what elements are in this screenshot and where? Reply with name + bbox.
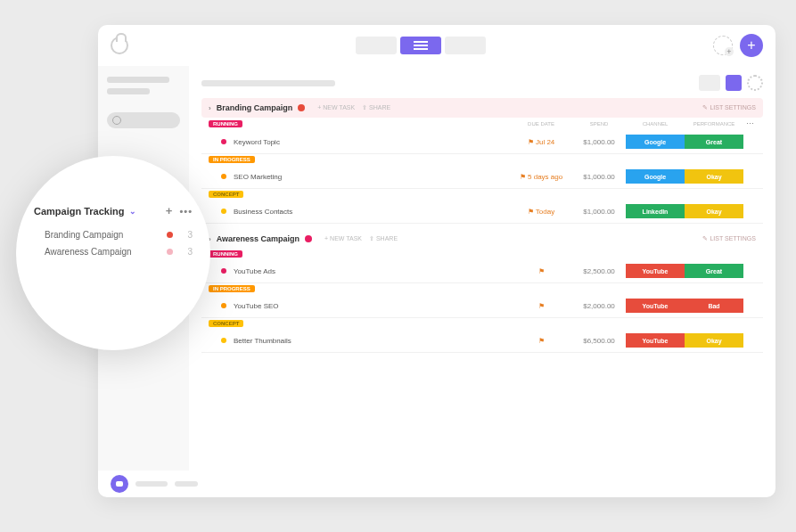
status-bullet bbox=[221, 268, 226, 274]
spend-cell[interactable]: $2,500.00 bbox=[572, 267, 626, 275]
section-header: IN PROGRESS bbox=[201, 154, 763, 165]
popout-item-count: 3 bbox=[178, 230, 193, 240]
status-dot bbox=[167, 232, 173, 238]
top-bar: + bbox=[98, 25, 775, 66]
task-row[interactable]: Business Contacts⚑ Today$1,000.00LinkedI… bbox=[201, 200, 763, 224]
toolbar-chip[interactable] bbox=[699, 75, 720, 91]
invite-avatar[interactable] bbox=[713, 36, 733, 55]
status-tag[interactable]: IN PROGRESS bbox=[209, 285, 255, 292]
group-header[interactable]: ›Awareness Campaign+ NEW TASK⇪ SHARE✎ LI… bbox=[201, 229, 763, 249]
new-task-button[interactable]: + NEW TASK bbox=[317, 104, 355, 111]
status-tag[interactable]: CONCEPT bbox=[209, 191, 243, 198]
section-header: CONCEPT bbox=[201, 318, 763, 329]
view-seg-list[interactable] bbox=[400, 37, 441, 54]
group-header[interactable]: ›Branding Campaign+ NEW TASK⇪ SHARE✎ LIS… bbox=[201, 98, 763, 118]
task-row[interactable]: Keyword Topic⚑ Jul 24$1,000.00GoogleGrea… bbox=[201, 130, 763, 154]
gear-icon[interactable] bbox=[747, 75, 763, 91]
status-bullet bbox=[221, 209, 226, 214]
chevron-down-icon: ⌄ bbox=[129, 207, 136, 216]
performance-badge[interactable]: Okay bbox=[685, 333, 743, 348]
section-header: RUNNINGDUE DATESPENDCHANNELPERFORMANCE⋯ bbox=[201, 118, 763, 130]
sidebar-popout: Campaign Tracking ⌄ + ••• Branding Campa… bbox=[16, 156, 210, 350]
group-actions: + NEW TASK⇪ SHARE bbox=[317, 104, 390, 111]
col-header-channel: CHANNEL bbox=[626, 121, 685, 127]
due-date-cell[interactable]: ⚑ Today bbox=[510, 208, 572, 216]
spend-cell[interactable]: $2,000.00 bbox=[572, 302, 626, 310]
task-group: ›Awareness Campaign+ NEW TASK⇪ SHARE✎ LI… bbox=[201, 229, 763, 353]
group-title: Branding Campaign bbox=[217, 103, 293, 112]
footer-placeholder bbox=[175, 481, 198, 487]
task-row[interactable]: YouTube Ads⚑$2,500.00YouTubeGreat bbox=[201, 259, 763, 283]
performance-badge[interactable]: Bad bbox=[685, 299, 743, 313]
popout-more-button[interactable]: ••• bbox=[179, 206, 193, 217]
spend-cell[interactable]: $1,000.00 bbox=[572, 208, 626, 216]
footer bbox=[98, 471, 775, 497]
task-row[interactable]: Better Thumbnails⚑$6,500.00YouTubeOkay bbox=[201, 329, 763, 353]
col-header-date: DUE DATE bbox=[510, 121, 572, 127]
status-bullet bbox=[221, 338, 226, 343]
channel-badge[interactable]: LinkedIn bbox=[626, 204, 685, 218]
popout-item[interactable]: Branding Campaign3 bbox=[34, 226, 193, 243]
group-actions: + NEW TASK⇪ SHARE bbox=[324, 235, 398, 242]
status-tag[interactable]: IN PROGRESS bbox=[209, 156, 255, 163]
status-bullet bbox=[221, 303, 226, 308]
popout-item-label: Awareness Campaign bbox=[45, 247, 132, 257]
share-button[interactable]: ⇪ SHARE bbox=[369, 235, 398, 242]
popout-items: Branding Campaign3Awareness Campaign3 bbox=[34, 226, 193, 260]
task-row[interactable]: SEO Marketing⚑ 5 days ago$1,000.00Google… bbox=[201, 165, 763, 189]
title-placeholder bbox=[201, 80, 335, 86]
due-date-cell[interactable]: ⚑ bbox=[510, 337, 572, 345]
col-header-spend: SPEND bbox=[572, 121, 626, 127]
create-button[interactable]: + bbox=[740, 34, 763, 57]
more-columns-button[interactable]: ⋯ bbox=[743, 119, 756, 128]
list-settings-button[interactable]: ✎ LIST SETTINGS bbox=[702, 104, 756, 111]
performance-badge[interactable]: Okay bbox=[685, 204, 743, 218]
main-toolbar bbox=[201, 75, 763, 91]
popout-item[interactable]: Awareness Campaign3 bbox=[34, 243, 193, 260]
topbar-actions: + bbox=[713, 34, 763, 57]
task-row[interactable]: YouTube SEO⚑$2,000.00YouTubeBad bbox=[201, 294, 763, 318]
section-header: CONCEPT bbox=[201, 189, 763, 200]
spend-cell[interactable]: $1,000.00 bbox=[572, 138, 626, 146]
spend-cell[interactable]: $6,500.00 bbox=[572, 337, 626, 345]
list-settings-button[interactable]: ✎ LIST SETTINGS bbox=[702, 235, 756, 242]
status-tag[interactable]: CONCEPT bbox=[209, 320, 243, 327]
task-name: SEO Marketing bbox=[234, 173, 282, 181]
due-date-cell[interactable]: ⚑ 5 days ago bbox=[510, 173, 572, 181]
status-dot bbox=[167, 249, 173, 255]
share-button[interactable]: ⇪ SHARE bbox=[362, 104, 390, 111]
due-date-cell[interactable]: ⚑ bbox=[510, 267, 572, 275]
logo-icon bbox=[111, 37, 128, 54]
channel-badge[interactable]: YouTube bbox=[626, 299, 685, 313]
performance-badge[interactable]: Great bbox=[685, 135, 743, 149]
col-header-performance: PERFORMANCE bbox=[685, 121, 743, 127]
new-task-button[interactable]: + NEW TASK bbox=[324, 235, 362, 242]
toolbar-chip-active[interactable] bbox=[726, 75, 742, 91]
status-bullet bbox=[221, 174, 226, 179]
performance-badge[interactable]: Okay bbox=[685, 169, 743, 184]
list-icon bbox=[414, 45, 428, 46]
view-switcher bbox=[356, 37, 486, 54]
popout-add-button[interactable]: + bbox=[166, 204, 173, 217]
popout-header[interactable]: Campaign Tracking ⌄ + ••• bbox=[34, 204, 193, 217]
group-title: Awareness Campaign bbox=[217, 234, 300, 243]
channel-badge[interactable]: Google bbox=[626, 169, 685, 184]
channel-badge[interactable]: Google bbox=[626, 135, 685, 149]
channel-badge[interactable]: YouTube bbox=[626, 264, 685, 278]
task-name: YouTube Ads bbox=[234, 267, 275, 275]
channel-badge[interactable]: YouTube bbox=[626, 333, 685, 348]
spend-cell[interactable]: $1,000.00 bbox=[572, 173, 626, 181]
performance-badge[interactable]: Great bbox=[685, 264, 743, 278]
popout-title: Campaign Tracking bbox=[34, 206, 124, 217]
view-seg-3[interactable] bbox=[445, 37, 486, 54]
sidebar-placeholder bbox=[107, 77, 169, 83]
sidebar-search[interactable] bbox=[107, 112, 180, 128]
chat-button[interactable] bbox=[111, 475, 128, 493]
status-tag[interactable]: RUNNING bbox=[209, 250, 242, 258]
due-date-cell[interactable]: ⚑ bbox=[510, 302, 572, 310]
task-name: Better Thumbnails bbox=[234, 337, 291, 345]
due-date-cell[interactable]: ⚑ Jul 24 bbox=[510, 138, 572, 146]
status-tag[interactable]: RUNNING bbox=[209, 120, 242, 127]
view-seg-1[interactable] bbox=[356, 37, 397, 54]
section-header: RUNNING bbox=[201, 249, 763, 259]
